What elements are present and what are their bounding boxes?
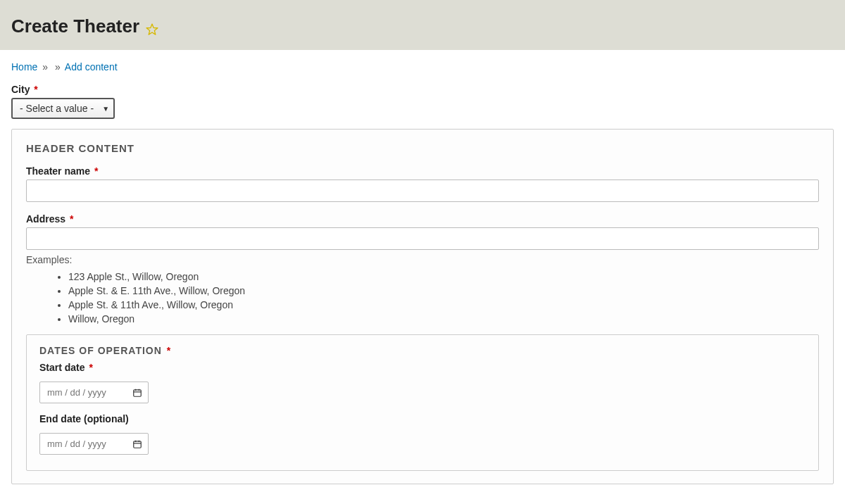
form-area: City * - Select a value - ▼ HEADER CONTE… bbox=[0, 84, 845, 498]
city-label-text: City bbox=[11, 84, 30, 95]
city-label: City * bbox=[11, 84, 834, 95]
start-date-label-text: Start date bbox=[39, 362, 85, 373]
end-date-input[interactable] bbox=[39, 433, 149, 455]
theater-name-input[interactable] bbox=[26, 179, 819, 202]
list-item: Willow, Oregon bbox=[68, 313, 819, 325]
start-date-input-wrap bbox=[39, 382, 149, 403]
city-field: City * - Select a value - ▼ bbox=[11, 84, 834, 119]
address-label: Address * bbox=[26, 213, 819, 225]
dates-heading-text: DATES OF OPERATION bbox=[39, 345, 162, 356]
breadcrumb-separator: » bbox=[42, 61, 48, 73]
breadcrumb-home-link[interactable]: Home bbox=[11, 61, 37, 73]
header-content-panel: HEADER CONTENT Theater name * Address * … bbox=[11, 129, 834, 484]
page-header: Create Theater bbox=[0, 0, 845, 50]
theater-name-label: Theater name * bbox=[26, 165, 819, 177]
theater-name-field: Theater name * bbox=[26, 165, 819, 202]
required-indicator: * bbox=[89, 362, 92, 373]
breadcrumb-separator: » bbox=[55, 61, 61, 73]
required-indicator: * bbox=[94, 165, 98, 177]
start-date-field: Start date * bbox=[39, 362, 806, 403]
list-item: 123 Apple St., Willow, Oregon bbox=[68, 271, 819, 282]
city-select-wrap: - Select a value - ▼ bbox=[11, 98, 115, 119]
start-date-label: Start date * bbox=[39, 362, 806, 373]
address-label-text: Address bbox=[26, 213, 65, 225]
page-title: Create Theater bbox=[11, 15, 834, 37]
page-title-text: Create Theater bbox=[11, 15, 139, 37]
list-item: Apple St. & E. 11th Ave., Willow, Oregon bbox=[68, 285, 819, 296]
header-content-heading: HEADER CONTENT bbox=[26, 142, 819, 154]
end-date-label: End date (optional) bbox=[39, 413, 806, 424]
dates-heading: DATES OF OPERATION * bbox=[39, 345, 806, 356]
required-indicator: * bbox=[34, 84, 37, 95]
required-indicator: * bbox=[167, 345, 171, 356]
address-examples-list: 123 Apple St., Willow, Oregon Apple St. … bbox=[68, 271, 819, 325]
address-input[interactable] bbox=[26, 227, 819, 250]
star-icon[interactable] bbox=[145, 20, 159, 34]
end-date-input-wrap bbox=[39, 433, 149, 455]
dates-of-operation-panel: DATES OF OPERATION * Start date * bbox=[26, 334, 819, 471]
address-examples-label: Examples: bbox=[26, 254, 819, 265]
address-field: Address * Examples: 123 Apple St., Willo… bbox=[26, 213, 819, 325]
breadcrumb: Home » » Add content bbox=[0, 50, 845, 84]
required-indicator: * bbox=[70, 213, 73, 225]
theater-name-label-text: Theater name bbox=[26, 165, 90, 177]
city-select[interactable]: - Select a value - bbox=[11, 98, 115, 119]
start-date-input[interactable] bbox=[39, 382, 149, 403]
list-item: Apple St. & 11th Ave., Willow, Oregon bbox=[68, 299, 819, 310]
end-date-field: End date (optional) bbox=[39, 413, 806, 455]
breadcrumb-add-content-link[interactable]: Add content bbox=[65, 61, 118, 73]
